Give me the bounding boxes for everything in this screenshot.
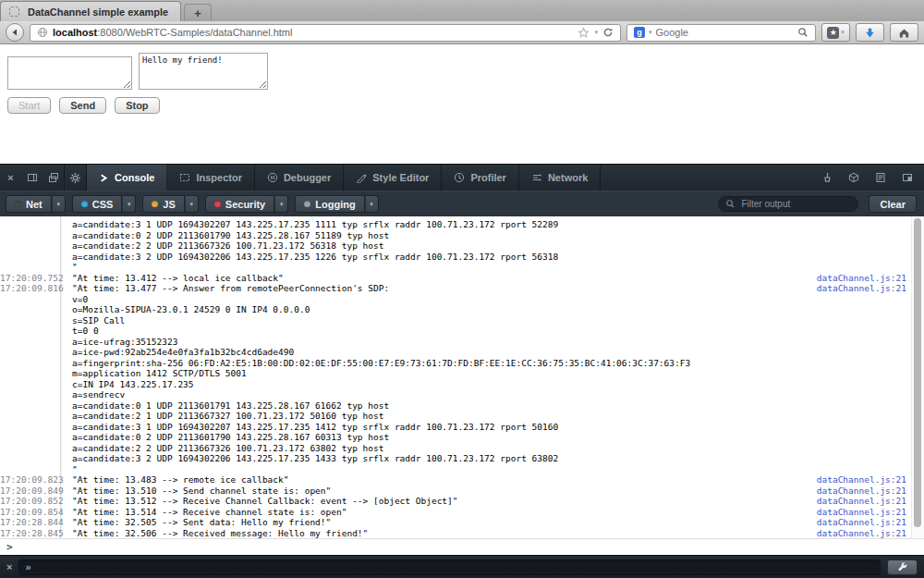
navigation-toolbar: localhost:8080/WebRTC-Samples/dataChanne… [0, 21, 924, 44]
console-line: m=application 1412 SCTP/DTLS 5001 [72, 368, 924, 379]
source-link[interactable]: dataChannel.js:21 [817, 517, 906, 528]
undock-window-icon[interactable] [43, 165, 64, 191]
debugger-icon [267, 172, 278, 183]
filter-js-dropdown-icon[interactable]: ▾ [185, 195, 199, 213]
search-bar[interactable]: g ▾ Google [626, 24, 816, 42]
filter-search-box[interactable] [718, 196, 858, 212]
close-devtools-icon[interactable]: × [0, 165, 21, 191]
devtools-tab-console[interactable]: Console [87, 165, 167, 191]
console-line: a=candidate:3 2 UDP 1694302206 143.225.1… [72, 252, 924, 263]
developer-toolbar-input[interactable]: » [18, 560, 881, 575]
source-link[interactable]: dataChannel.js:21 [817, 283, 906, 294]
filter-css-dropdown-icon[interactable]: ▾ [122, 195, 136, 213]
filter-label: CSS [92, 199, 114, 210]
timestamp: 17:20:09.849 [0, 486, 54, 497]
filter-label: JS [163, 199, 175, 210]
devtools-tab-debugger[interactable]: Debugger [255, 165, 344, 191]
stop-button[interactable]: Stop [115, 97, 159, 114]
devtools-tab-profiler[interactable]: Profiler [442, 165, 519, 191]
console-message: a=candidate:3 1 UDP 1694302207 143.225.1… [0, 219, 924, 273]
search-magnifier-icon[interactable] [797, 27, 808, 38]
console-line: " [72, 464, 924, 475]
console-line: "At time: 13.477 --> Answer from remoteP… [72, 283, 924, 294]
console-filter-bar: Net▾CSS▾JS▾Security▾Logging▾ Clear [0, 191, 924, 216]
console-line: "At time: 13.512 --> Receive Channel Cal… [72, 496, 924, 507]
filter-net-dropdown-icon[interactable]: ▾ [52, 195, 66, 213]
console-line: a=candidate:0 1 UDP 2113601791 143.225.2… [72, 400, 924, 412]
scratchpad-icon[interactable] [869, 172, 893, 183]
js-dot-icon [152, 201, 158, 207]
reload-icon[interactable] [602, 27, 614, 38]
clear-console-button[interactable]: Clear [869, 195, 917, 213]
downloads-button[interactable] [856, 23, 884, 42]
tab-label: Network [548, 172, 588, 183]
close-developer-toolbar-icon[interactable]: × [6, 561, 12, 572]
3d-view-cube-icon[interactable] [842, 172, 866, 183]
devtools-settings-gear-icon[interactable] [65, 165, 86, 191]
console-line: a=ice-ufrag:35152323 [72, 337, 924, 348]
tab-datachannel[interactable]: DataChannel simple example [0, 1, 181, 21]
console-line: o=Mozilla-SIPUA-23.0.1 24529 0 IN IP4 0.… [72, 304, 924, 315]
console-scrollbar[interactable] [911, 216, 924, 538]
console-message: 17:20:28.844dataChannel.js:21"At time: 3… [0, 517, 924, 528]
tab-label: Inspector [196, 172, 242, 183]
filter-security-dropdown-icon[interactable]: ▾ [274, 195, 288, 213]
console-line: a=candidate:2 2 UDP 2113667326 100.71.23… [72, 443, 924, 454]
start-button[interactable]: Start [7, 97, 51, 114]
filter-js-button[interactable]: JS [142, 195, 184, 213]
gcli-prompt: » [25, 561, 30, 572]
bookmark-star-icon[interactable] [578, 27, 590, 39]
filter-group-logging: Logging▾ [295, 195, 378, 213]
url-bar[interactable]: localhost:8080/WebRTC-Samples/dataChanne… [30, 24, 621, 42]
filter-buttons: Net▾CSS▾JS▾Security▾Logging▾ [6, 195, 379, 213]
source-link[interactable]: dataChannel.js:21 [817, 528, 906, 539]
paintbrush-icon[interactable] [815, 172, 839, 183]
tab-label: Profiler [470, 172, 506, 183]
scrollbar-thumb[interactable] [914, 218, 921, 527]
download-arrow-icon [864, 27, 876, 39]
toolbox-button[interactable] [887, 560, 918, 575]
source-link[interactable]: dataChannel.js:21 [817, 486, 906, 497]
filter-group-css: CSS▾ [72, 195, 137, 213]
filter-label: Logging [315, 199, 355, 210]
home-button[interactable] [890, 23, 918, 42]
devtools-tab-inspector[interactable]: Inspector [167, 165, 255, 191]
send-button[interactable]: Send [59, 97, 106, 114]
css-dot-icon [81, 201, 88, 207]
urlbar-dropdown-icon[interactable]: ▾ [594, 29, 598, 36]
dock-sidebar-icon[interactable] [21, 165, 43, 191]
devtools-tab-style-editor[interactable]: Style Editor [344, 165, 442, 191]
source-link[interactable]: dataChannel.js:21 [817, 474, 906, 486]
responsive-mode-icon[interactable] [895, 172, 919, 183]
page-buttons: Start Send Stop [7, 97, 924, 114]
console-command-line[interactable]: > [0, 538, 924, 555]
source-link[interactable]: dataChannel.js:21 [817, 507, 906, 518]
console-message: 17:20:09.823dataChannel.js:21"At time: 1… [0, 474, 924, 486]
console-message: 17:20:28.845dataChannel.js:21"At time: 3… [0, 528, 924, 539]
send-textarea[interactable]: Hello my friend! [139, 53, 268, 90]
filter-group-js: JS▾ [142, 195, 198, 213]
globe-icon [37, 27, 48, 38]
timestamp: 17:20:09.823 [0, 474, 54, 486]
search-engine-dropdown-icon[interactable]: ▾ [649, 29, 652, 36]
filter-net-button[interactable]: Net [6, 195, 52, 213]
filter-group-security: Security▾ [205, 195, 288, 213]
source-link[interactable]: dataChannel.js:21 [817, 273, 906, 284]
filter-security-button[interactable]: Security [205, 195, 274, 213]
filter-output-input[interactable] [739, 198, 851, 210]
filter-logging-button[interactable]: Logging [295, 195, 364, 213]
new-tab-button[interactable]: + [184, 4, 212, 21]
devtools-tab-network[interactable]: Network [519, 165, 601, 191]
url-host: localhost [53, 27, 97, 38]
filter-css-button[interactable]: CSS [72, 195, 123, 213]
back-button[interactable] [6, 23, 24, 42]
bookmarks-menu-button[interactable]: ★ ▾ [821, 23, 850, 42]
console-output: a=candidate:3 1 UDP 1694302207 143.225.1… [0, 216, 924, 538]
filter-logging-dropdown-icon[interactable]: ▾ [365, 195, 379, 213]
console-line: "At time: 32.505 --> Sent data: Hello my… [72, 517, 924, 528]
console-message: 17:20:09.852dataChannel.js:21"At time: 1… [0, 496, 924, 507]
source-link[interactable]: dataChannel.js:21 [817, 496, 906, 507]
console-line: "At time: 13.483 --> remote ice callback… [72, 474, 924, 486]
receive-textarea[interactable] [7, 56, 132, 90]
security-dot-icon [214, 201, 221, 207]
